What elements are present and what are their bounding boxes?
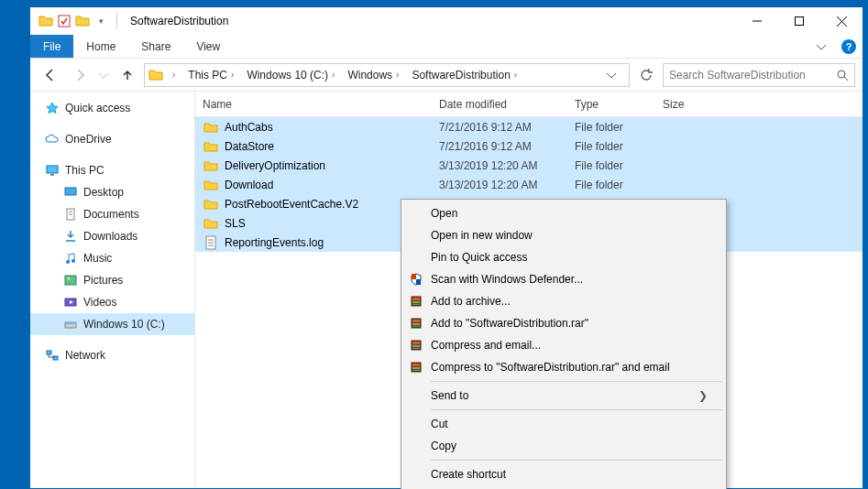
search-input[interactable] — [669, 69, 836, 82]
cm-cut[interactable]: Cut — [403, 413, 724, 435]
file-date: 7/21/2016 9:12 AM — [439, 121, 575, 134]
recent-dropdown-icon[interactable] — [96, 62, 111, 88]
cm-delete[interactable]: Delete — [403, 485, 724, 489]
rar-icon — [409, 294, 423, 309]
tab-share[interactable]: Share — [128, 35, 183, 58]
cm-create-shortcut[interactable]: Create shortcut — [403, 463, 724, 485]
svg-rect-9 — [65, 188, 76, 195]
file-row[interactable]: AuthCabs7/21/2016 9:12 AMFile folder — [195, 117, 863, 136]
nav-network[interactable]: Network — [30, 344, 194, 366]
breadcrumb[interactable]: SoftwareDistribution› — [408, 69, 524, 82]
file-date: 3/13/2019 12:20 AM — [439, 179, 575, 191]
svg-rect-16 — [65, 276, 76, 285]
file-type: File folder — [575, 121, 663, 134]
svg-rect-0 — [59, 16, 70, 27]
ribbon-expand-icon[interactable] — [808, 35, 835, 58]
svg-point-14 — [66, 260, 70, 264]
column-size[interactable]: Size — [663, 98, 727, 111]
cm-compress-rar-email[interactable]: Compress to "SoftwareDistribution.rar" a… — [403, 356, 724, 378]
desktop-icon — [63, 185, 78, 200]
minimize-button[interactable] — [736, 7, 778, 35]
svg-rect-38 — [412, 342, 420, 344]
star-icon — [45, 101, 60, 115]
cm-copy[interactable]: Copy — [403, 435, 724, 457]
forward-button[interactable] — [67, 62, 93, 88]
cm-add-rar[interactable]: Add to "SoftwareDistribution.rar" — [403, 312, 724, 334]
folder-icon — [203, 215, 219, 232]
nav-quick-access[interactable]: Quick access — [30, 97, 194, 119]
svg-point-15 — [71, 259, 75, 263]
column-type[interactable]: Type — [575, 98, 663, 111]
cm-scan-defender[interactable]: Scan with Windows Defender... — [403, 268, 724, 290]
breadcrumb[interactable]: Windows› — [344, 69, 406, 82]
file-name: DeliveryOptimization — [225, 159, 439, 172]
cm-separator — [431, 460, 722, 461]
column-name[interactable]: Name — [203, 98, 439, 111]
qat-button-1[interactable] — [56, 13, 72, 29]
breadcrumb[interactable]: This PC› — [184, 69, 241, 82]
svg-rect-36 — [412, 326, 420, 327]
help-button[interactable]: ? — [835, 35, 863, 58]
svg-rect-2 — [796, 17, 804, 26]
file-type: File folder — [575, 159, 663, 172]
nav-pictures[interactable]: Pictures — [30, 269, 194, 291]
file-row[interactable]: DeliveryOptimization3/13/2019 12:20 AMFi… — [195, 156, 863, 175]
file-date: 3/13/2019 12:20 AM — [439, 159, 575, 172]
tab-view[interactable]: View — [183, 35, 233, 58]
svg-line-6 — [844, 77, 848, 81]
close-button[interactable] — [820, 7, 863, 35]
search-icon[interactable] — [836, 69, 849, 82]
videos-icon — [63, 295, 78, 310]
svg-rect-43 — [412, 367, 420, 369]
breadcrumb-chevron[interactable]: › — [165, 70, 182, 80]
breadcrumb[interactable]: Windows 10 (C:)› — [243, 69, 342, 82]
nav-downloads[interactable]: Downloads — [30, 225, 194, 247]
svg-rect-31 — [412, 301, 420, 303]
tab-file[interactable]: File — [30, 35, 73, 58]
column-date[interactable]: Date modified — [439, 98, 575, 111]
cm-add-archive[interactable]: Add to archive... — [403, 290, 724, 312]
svg-rect-35 — [412, 323, 420, 325]
tab-home[interactable]: Home — [73, 35, 128, 58]
svg-rect-27 — [412, 274, 416, 279]
svg-rect-28 — [416, 279, 421, 285]
up-button[interactable] — [115, 62, 140, 88]
nav-music[interactable]: Music — [30, 247, 194, 269]
folder-icon — [148, 68, 163, 82]
nav-videos[interactable]: Videos — [30, 291, 194, 313]
context-menu: Open Open in new window Pin to Quick acc… — [401, 199, 727, 489]
nav-documents[interactable]: Documents — [30, 203, 194, 225]
nav-onedrive[interactable]: OneDrive — [30, 128, 194, 150]
search-box[interactable] — [663, 63, 855, 87]
cloud-icon — [45, 132, 60, 147]
qat-dropdown-icon[interactable]: ▾ — [93, 13, 109, 29]
address-dropdown-icon[interactable] — [607, 71, 625, 80]
folder-icon — [203, 138, 219, 155]
folder-icon — [203, 177, 219, 193]
file-name: DataStore — [225, 140, 439, 153]
svg-rect-30 — [412, 298, 420, 300]
nav-this-pc[interactable]: This PC — [30, 159, 194, 181]
address-box[interactable]: › This PC› Windows 10 (C:)› Windows› Sof… — [144, 63, 630, 87]
cm-open-new-window[interactable]: Open in new window — [403, 224, 724, 246]
svg-rect-20 — [65, 322, 76, 324]
maximize-button[interactable] — [778, 7, 820, 35]
file-row[interactable]: DataStore7/21/2016 9:12 AMFile folder — [195, 136, 863, 156]
file-row[interactable]: Download3/13/2019 12:20 AMFile folder — [195, 175, 863, 194]
refresh-button[interactable] — [633, 63, 659, 87]
navigation-pane: Quick access OneDrive This PC Desktop Do… — [30, 92, 195, 488]
nav-desktop[interactable]: Desktop — [30, 181, 194, 203]
file-type: File folder — [575, 179, 663, 191]
cm-send-to[interactable]: Send to❯ — [403, 385, 724, 407]
cm-compress-email[interactable]: Compress and email... — [403, 334, 724, 356]
column-headers: Name Date modified Type Size — [195, 92, 863, 117]
cm-pin-quick-access[interactable]: Pin to Quick access — [403, 246, 724, 268]
rar-icon — [409, 316, 423, 331]
svg-rect-7 — [47, 166, 58, 173]
chevron-right-icon: ❯ — [698, 389, 708, 402]
nav-cdrive[interactable]: Windows 10 (C:) — [30, 313, 194, 335]
back-button[interactable] — [38, 62, 63, 88]
cm-open[interactable]: Open — [403, 202, 724, 224]
downloads-icon — [63, 229, 78, 244]
qat-button-2[interactable] — [74, 13, 91, 29]
